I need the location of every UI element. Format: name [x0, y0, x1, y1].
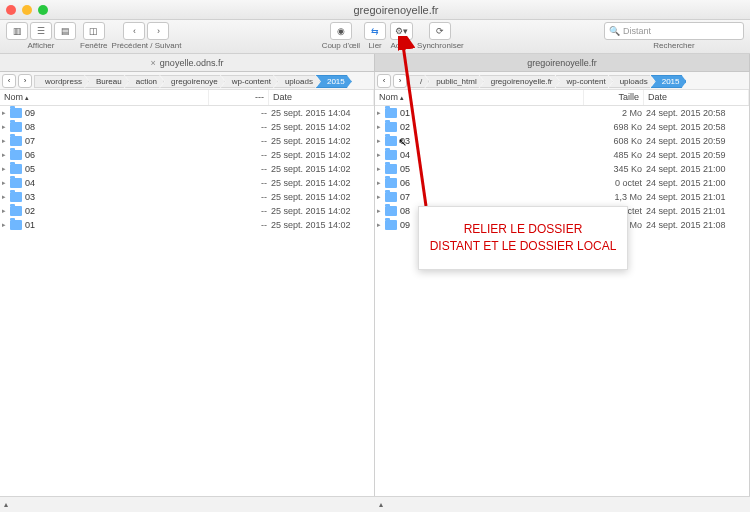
- view-list-button[interactable]: ☰: [30, 22, 52, 40]
- view-column-button[interactable]: ▤: [54, 22, 76, 40]
- close-icon[interactable]: ×: [151, 58, 156, 68]
- disclosure-icon[interactable]: ▸: [377, 221, 385, 229]
- col-size[interactable]: ---: [209, 90, 269, 105]
- table-row[interactable]: ▸06--25 sept. 2015 14:02: [0, 148, 374, 162]
- file-name: 03: [25, 192, 207, 202]
- folder-icon: [10, 206, 22, 216]
- table-row[interactable]: ▸03608 Ko24 sept. 2015 20:59: [375, 134, 749, 148]
- disclosure-icon[interactable]: ▸: [2, 165, 10, 173]
- tab-gnoyelle[interactable]: ×gnoyelle.odns.fr: [0, 54, 375, 71]
- disclosure-icon[interactable]: ▸: [377, 151, 385, 159]
- table-row[interactable]: ▸071,3 Mo24 sept. 2015 21:01: [375, 190, 749, 204]
- quicklook-label: Coup d'œil: [322, 41, 360, 50]
- disclosure-icon[interactable]: ▸: [377, 123, 385, 131]
- view-group: ▥ ☰ ▤ Afficher: [6, 22, 76, 50]
- breadcrumb-item[interactable]: wp-content: [556, 75, 613, 88]
- local-fwd-button[interactable]: ›: [18, 74, 32, 88]
- disclosure-icon[interactable]: ▸: [2, 151, 10, 159]
- remote-status: ▴: [375, 497, 750, 512]
- folder-icon: [385, 220, 397, 230]
- minimize-window[interactable]: [22, 5, 32, 15]
- table-row[interactable]: ▸02698 Ko24 sept. 2015 20:58: [375, 120, 749, 134]
- breadcrumb-item[interactable]: public_html: [425, 75, 483, 88]
- window-split-button[interactable]: ◫: [83, 22, 105, 40]
- breadcrumb-item[interactable]: 2015: [651, 75, 687, 88]
- table-row[interactable]: ▸03--25 sept. 2015 14:02: [0, 190, 374, 204]
- breadcrumb-item[interactable]: uploads: [274, 75, 320, 88]
- breadcrumb-item[interactable]: action: [125, 75, 164, 88]
- zoom-window[interactable]: [38, 5, 48, 15]
- disclosure-icon[interactable]: ▸: [2, 109, 10, 117]
- disclosure-icon[interactable]: ▸: [377, 179, 385, 187]
- table-row[interactable]: ▸08--25 sept. 2015 14:02: [0, 120, 374, 134]
- file-name: 05: [25, 164, 207, 174]
- back-button[interactable]: ‹: [123, 22, 145, 40]
- disclosure-icon[interactable]: ▸: [377, 109, 385, 117]
- file-date: 24 sept. 2015 20:59: [642, 136, 747, 146]
- disclosure-icon[interactable]: ▸: [2, 193, 10, 201]
- table-row[interactable]: ▸012 Mo24 sept. 2015 20:58: [375, 106, 749, 120]
- table-row[interactable]: ▸04--25 sept. 2015 14:02: [0, 176, 374, 190]
- tab-gregoirenoyelle[interactable]: gregoirenoyelle.fr: [375, 54, 750, 71]
- view-icon-button[interactable]: ▥: [6, 22, 28, 40]
- action-button[interactable]: ⚙︎▾: [390, 22, 413, 40]
- col-size[interactable]: Taille: [584, 90, 644, 105]
- search-icon: 🔍: [609, 26, 620, 36]
- breadcrumb-item[interactable]: uploads: [609, 75, 655, 88]
- action-label: Action: [390, 41, 412, 50]
- close-window[interactable]: [6, 5, 16, 15]
- file-date: 25 sept. 2015 14:02: [267, 122, 372, 132]
- file-name: 01: [400, 108, 582, 118]
- table-row[interactable]: ▸060 octet24 sept. 2015 21:00: [375, 176, 749, 190]
- col-name[interactable]: Nom: [0, 90, 209, 105]
- split-panes: ‹ › wordpressBureauactiongregoirenoyewp-…: [0, 72, 750, 496]
- col-name[interactable]: Nom: [375, 90, 584, 105]
- breadcrumb-item[interactable]: /: [409, 75, 429, 88]
- col-date[interactable]: Date: [269, 90, 374, 105]
- local-breadcrumb: ‹ › wordpressBureauactiongregoirenoyewp-…: [0, 72, 374, 90]
- breadcrumb-item[interactable]: wp-content: [221, 75, 278, 88]
- table-row[interactable]: ▸05345 Ko24 sept. 2015 21:00: [375, 162, 749, 176]
- disclosure-icon[interactable]: ▸: [377, 193, 385, 201]
- file-size: --: [207, 220, 267, 230]
- file-name: 07: [25, 136, 207, 146]
- table-row[interactable]: ▸04485 Ko24 sept. 2015 20:59: [375, 148, 749, 162]
- file-size: --: [207, 192, 267, 202]
- disclosure-icon[interactable]: ▸: [2, 123, 10, 131]
- breadcrumb-item[interactable]: 2015: [316, 75, 352, 88]
- table-row[interactable]: ▸07--25 sept. 2015 14:02: [0, 134, 374, 148]
- quicklook-button[interactable]: ◉: [330, 22, 352, 40]
- table-row[interactable]: ▸02--25 sept. 2015 14:02: [0, 204, 374, 218]
- table-row[interactable]: ▸01--25 sept. 2015 14:02: [0, 218, 374, 232]
- disclosure-icon[interactable]: ▸: [2, 207, 10, 215]
- disclosure-icon[interactable]: ▸: [2, 221, 10, 229]
- folder-icon: [10, 122, 22, 132]
- breadcrumb-item[interactable]: gregoirenoye: [160, 75, 225, 88]
- sync-group: ⟳ Synchroniser: [417, 22, 464, 50]
- disclosure-icon[interactable]: ▸: [377, 137, 385, 145]
- search-label: Rechercher: [653, 41, 694, 50]
- file-size: 1,3 Mo: [582, 192, 642, 202]
- table-row[interactable]: ▸09--25 sept. 2015 14:04: [0, 106, 374, 120]
- breadcrumb-item[interactable]: wordpress: [34, 75, 89, 88]
- disclosure-icon[interactable]: ▸: [377, 165, 385, 173]
- folder-icon: [10, 178, 22, 188]
- col-date[interactable]: Date: [644, 90, 749, 105]
- link-button[interactable]: ⇆: [364, 22, 386, 40]
- search-input[interactable]: 🔍 Distant: [604, 22, 744, 40]
- table-row[interactable]: ▸05--25 sept. 2015 14:02: [0, 162, 374, 176]
- disclosure-icon[interactable]: ▸: [377, 207, 385, 215]
- forward-button[interactable]: ›: [147, 22, 169, 40]
- local-back-button[interactable]: ‹: [2, 74, 16, 88]
- breadcrumb-item[interactable]: gregoirenoyelle.fr: [480, 75, 560, 88]
- remote-back-button[interactable]: ‹: [377, 74, 391, 88]
- search-placeholder: Distant: [623, 26, 651, 36]
- window-label: Fenêtre: [80, 41, 108, 50]
- remote-fwd-button[interactable]: ›: [393, 74, 407, 88]
- breadcrumb-item[interactable]: Bureau: [85, 75, 129, 88]
- action-group: ⚙︎▾ Action: [390, 22, 413, 50]
- sync-button[interactable]: ⟳: [429, 22, 451, 40]
- disclosure-icon[interactable]: ▸: [2, 137, 10, 145]
- disclosure-icon[interactable]: ▸: [2, 179, 10, 187]
- file-name: 02: [25, 206, 207, 216]
